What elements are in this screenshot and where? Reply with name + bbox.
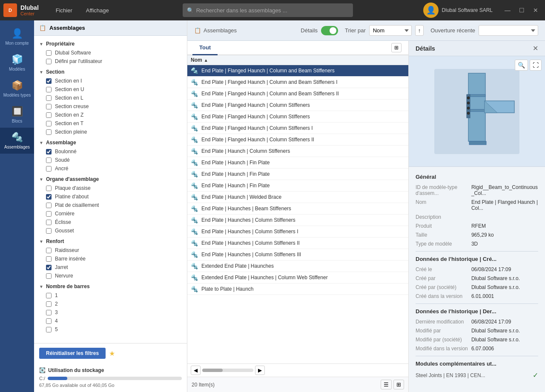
recent-select[interactable] — [479, 25, 538, 36]
checkbox-soude[interactable] — [46, 157, 52, 163]
details-toggle[interactable] — [321, 26, 338, 35]
list-item[interactable]: 🔩 Extended End Plate | Haunches | Column… — [187, 272, 408, 283]
list-item[interactable]: 🔩 End Plate | Flanged Haunch | Column an… — [187, 65, 408, 77]
tab-tout[interactable]: Tout — [192, 41, 218, 55]
checkbox-nb-3[interactable] — [46, 310, 52, 315]
list-item[interactable]: 🔩 End Plate | Flanged Haunch | Column St… — [187, 111, 408, 123]
filter-group-nombre-barres-header[interactable]: ▼ Nombre de barres — [34, 282, 187, 291]
sidebar-item-assemblages[interactable]: 🔩 Assemblages — [0, 128, 34, 154]
detail-scroll[interactable]: Général ID de modèle-type d'assem... Rig… — [409, 167, 545, 392]
checkbox-nb-5[interactable] — [46, 327, 52, 332]
checkbox-defini-utilisateur[interactable] — [46, 59, 52, 64]
list-item[interactable]: 🔩 Extended End Plate | Haunches — [187, 260, 408, 272]
filter-item-plat-cisaillement[interactable]: Plat de cisaillement — [34, 201, 187, 209]
filter-item-barre-inseree[interactable]: Barre insérée — [34, 255, 187, 263]
sort-select[interactable]: Nom Date Taille — [369, 25, 412, 36]
maximize-btn[interactable]: ☐ — [516, 5, 528, 15]
filter-item-section-pleine[interactable]: Section pleine — [34, 128, 187, 136]
filter-item-section-z[interactable]: Section en Z — [34, 111, 187, 119]
filter-item-soude[interactable]: Soudé — [34, 156, 187, 164]
filter-group-organe-header[interactable]: ▼ Organe d'assemblage — [34, 175, 187, 184]
minimize-btn[interactable]: — — [501, 5, 514, 15]
list-item[interactable]: 🔩 End Plate | Haunches | Column Stiffene… — [187, 226, 408, 237]
list-item[interactable]: 🔩 End Plate | Flanged Haunch | Column St… — [187, 100, 408, 111]
list-item[interactable]: 🔩 End Plate | Haunch | Column Stiffeners — [187, 146, 408, 157]
filter-item-plaque-assise[interactable]: Plaque d'assise — [34, 184, 187, 192]
filter-item-eclisse[interactable]: Éclisse — [34, 218, 187, 226]
checkbox-platine-about[interactable] — [46, 194, 52, 200]
list-columns-button[interactable]: ⊞ — [391, 43, 402, 52]
checkbox-section-l[interactable] — [46, 95, 52, 101]
filter-item-nervure[interactable]: Nervure — [34, 272, 187, 280]
checkbox-gousset[interactable] — [46, 228, 52, 234]
filter-group-renfort-header[interactable]: ▼ Renfort — [34, 237, 187, 246]
filter-item-section-u[interactable]: Section en U — [34, 85, 187, 94]
scroll-track[interactable] — [202, 369, 253, 372]
filter-item-nb-2[interactable]: 2 — [34, 300, 187, 308]
checkbox-corniere[interactable] — [46, 211, 52, 217]
filter-item-platine-about[interactable]: Platine d'about — [34, 192, 187, 201]
list-item[interactable]: 🔩 End Plate | Haunches | Column Stiffene… — [187, 215, 408, 226]
filter-item-jarret[interactable]: Jarret — [34, 263, 187, 272]
sidebar-item-modeles-types[interactable]: 📦 Modèles types — [0, 76, 34, 102]
detail-close-button[interactable]: ✕ — [533, 44, 538, 52]
list-item[interactable]: 🔩 End Plate | Flanged Haunch | Column an… — [187, 88, 408, 100]
menu-affichage[interactable]: Affichage — [83, 6, 112, 15]
scroll-right-btn[interactable]: ▶ — [255, 366, 265, 375]
menu-fichier[interactable]: Fichier — [52, 6, 76, 15]
search-input[interactable] — [196, 7, 349, 14]
favorite-icon[interactable]: ★ — [109, 349, 115, 358]
checkbox-nb-2[interactable] — [46, 301, 52, 307]
filter-item-boulonne[interactable]: Boulonné — [34, 147, 187, 156]
filter-item-section-l[interactable]: Section en L — [34, 94, 187, 102]
checkbox-section-creuse[interactable] — [46, 104, 52, 109]
col-name-header[interactable]: Nom ▲ — [191, 57, 405, 63]
filter-item-nb-3[interactable]: 3 — [34, 308, 187, 317]
checkbox-section-i[interactable] — [46, 78, 52, 84]
sort-direction-button[interactable]: ↑ — [415, 25, 424, 36]
filter-item-nb-1[interactable]: 1 — [34, 291, 187, 300]
checkbox-section-z[interactable] — [46, 112, 52, 118]
list-item[interactable]: 🔩 End Plate | Haunches | Column Stiffene… — [187, 249, 408, 260]
checkbox-plat-cisaillement[interactable] — [46, 203, 52, 208]
list-view-list-button[interactable]: ☰ — [381, 380, 392, 389]
list-item[interactable]: 🔩 End Plate | Haunches | Beam Stiffeners — [187, 203, 408, 215]
checkbox-nb-1[interactable] — [46, 293, 52, 298]
search-bar[interactable]: 🔍 — [183, 3, 353, 17]
list-scroll[interactable]: 🔩 End Plate | Flanged Haunch | Column an… — [187, 65, 408, 363]
checkbox-dlubal-software[interactable] — [46, 50, 52, 56]
close-btn[interactable]: ✕ — [530, 5, 542, 15]
filter-group-assemblage-header[interactable]: ▼ Assemblage — [34, 138, 187, 147]
reset-filters-button[interactable]: Réinitialiser les filtres — [39, 348, 106, 359]
filter-group-section-header[interactable]: ▼ Section — [34, 67, 187, 77]
filter-item-raidisseur[interactable]: Raidisseur — [34, 246, 187, 255]
checkbox-raidisseur[interactable] — [46, 248, 52, 253]
preview-expand-button[interactable]: ⛶ — [530, 60, 542, 71]
list-item[interactable]: 🔩 End Plate | Flanged Haunch | Column St… — [187, 134, 408, 146]
list-item[interactable]: 🔩 End Plate | Flanged Haunch | Column an… — [187, 77, 408, 88]
checkbox-nervure[interactable] — [46, 273, 52, 279]
filter-item-gousset[interactable]: Gousset — [34, 226, 187, 235]
list-item[interactable]: 🔩 End Plate | Haunch | Welded Brace — [187, 192, 408, 203]
filter-item-dlubal-software[interactable]: Dlubal Software — [34, 49, 187, 57]
checkbox-section-t[interactable] — [46, 121, 52, 126]
checkbox-plaque-assise[interactable] — [46, 186, 52, 191]
list-item[interactable]: 🔩 Plate to Plate | Haunch — [187, 283, 408, 295]
filter-item-section-i[interactable]: Section en I — [34, 77, 187, 85]
checkbox-ancre[interactable] — [46, 166, 52, 172]
checkbox-eclisse[interactable] — [46, 220, 52, 225]
filter-item-ancre[interactable]: Ancré — [34, 164, 187, 173]
checkbox-jarret[interactable] — [46, 265, 52, 270]
sidebar-item-modeles[interactable]: 🧊 Modèles — [0, 50, 34, 76]
checkbox-nb-4[interactable] — [46, 318, 52, 324]
list-item[interactable]: 🔩 End Plate | Flanged Haunch | Column St… — [187, 123, 408, 134]
filter-item-section-creuse[interactable]: Section creuse — [34, 102, 187, 111]
scroll-left-btn[interactable]: ◀ — [191, 366, 201, 375]
filter-item-section-t[interactable]: Section en T — [34, 119, 187, 128]
checkbox-section-u[interactable] — [46, 87, 52, 92]
preview-zoom-button[interactable]: 🔍 — [515, 60, 528, 71]
checkbox-boulonne[interactable] — [46, 149, 52, 155]
list-item[interactable]: 🔩 End Plate | Haunches | Column Stiffene… — [187, 237, 408, 249]
filter-item-nb-4[interactable]: 4 — [34, 317, 187, 325]
filter-item-nb-5[interactable]: 5 — [34, 325, 187, 334]
